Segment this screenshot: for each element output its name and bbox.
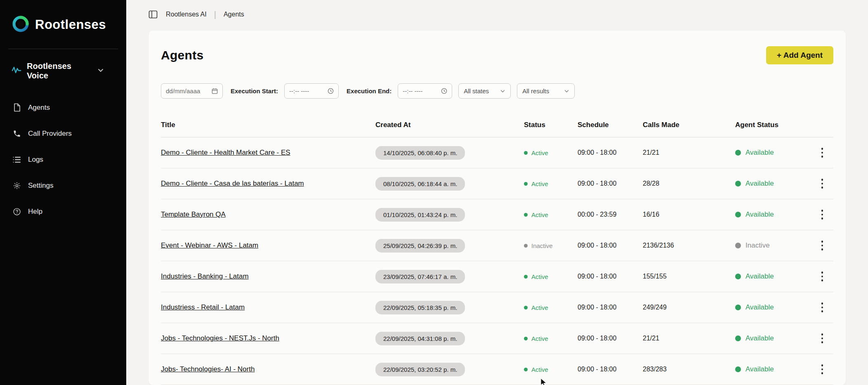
agent-title-link[interactable]: Demo - Cliente - Casa de las baterías - … [161,180,304,187]
rootlenses-logo-icon [12,15,30,35]
page-title: Agents [161,48,203,62]
execution-start-input[interactable]: --:-- ---- [284,83,339,99]
workspace-selector[interactable]: Rootlenses Voice [0,53,126,89]
table-header-row: Title Created At Status Schedule Calls M… [161,113,833,137]
calls-made-cell: 21/21 [643,335,735,342]
agents-table: Title Created At Status Schedule Calls M… [161,113,833,385]
row-actions-menu-button[interactable] [815,299,829,316]
agent-status-cell: Available [735,272,809,281]
agent-status-cell: Available [735,210,809,219]
agent-status-label: Available [745,210,774,219]
agent-status-label: Available [745,149,774,157]
status-label: Active [531,273,548,280]
column-header-created-at: Created At [375,121,524,129]
sidebar-item-logs[interactable]: Logs [0,146,126,172]
agent-title-link[interactable]: Industries - Banking - Latam [161,272,249,280]
execution-end-label: Execution End: [347,87,392,94]
status-dot-icon [524,182,528,186]
schedule-cell: 09:00 - 18:00 [578,180,643,187]
status-label: Active [531,149,548,156]
table-row: Industriess - Retail - Latam 22/09/2025,… [161,292,833,323]
states-select[interactable]: All states [458,83,511,99]
agent-status-cell: Available [735,365,809,373]
status-cell: Active [524,366,573,373]
agent-title-link[interactable]: Jobs- Technologies- AI - North [161,365,255,373]
row-actions-menu-button[interactable] [815,237,829,254]
states-selected-value: All states [464,87,489,94]
created-at-badge: 22/09/2025, 03:20:52 p. m. [375,363,465,376]
agent-title-link[interactable]: Demo - Cliente - Health Market Care - ES [161,149,290,156]
status-cell: Active [524,273,573,280]
status-label: Active [531,304,548,311]
logo-text: Rootlenses [35,17,106,32]
sidebar-toggle-icon[interactable] [148,9,158,20]
logo-link[interactable]: Rootlenses [0,12,126,37]
clock-icon [328,88,334,94]
schedule-cell: 09:00 - 18:00 [578,242,643,249]
schedule-cell: 09:00 - 18:00 [578,149,643,156]
voice-waveform-icon [12,65,21,77]
agent-title-link[interactable]: Event - Webinar - AWS - Latam [161,241,258,249]
document-icon [12,103,21,112]
sidebar: Rootlenses Rootlenses Voice Agents Call … [0,0,126,385]
breadcrumb-separator: | [214,10,216,19]
agent-title-link[interactable]: Jobs - Technologies - NEST.Js - North [161,334,279,342]
execution-end-input[interactable]: --:-- ---- [398,83,452,99]
calls-made-cell: 2136/2136 [643,242,735,249]
status-label: Active [531,211,548,218]
status-dot-icon [524,151,528,155]
agent-status-cell: Available [735,149,809,157]
phone-icon [12,129,21,138]
schedule-cell: 09:00 - 18:00 [578,366,643,373]
table-row: Event - Webinar - AWS - Latam 25/09/2025… [161,230,833,261]
breadcrumb-page[interactable]: Agents [224,11,244,18]
agent-title-link[interactable]: Industriess - Retail - Latam [161,303,245,311]
date-placeholder: dd/mm/aaaa [166,87,200,94]
status-dot-icon [524,368,528,371]
row-actions-menu-button[interactable] [815,268,829,285]
chevron-down-icon [97,67,104,75]
panel-header: Agents + Add Agent [161,46,833,64]
status-cell: Active [524,149,573,156]
table-row: Industries - Banking - Latam 23/09/2025,… [161,261,833,292]
status-dot-icon [524,275,528,279]
execution-start-value: --:-- ---- [289,87,309,94]
clock-icon [441,88,447,94]
sidebar-item-label: Help [28,208,42,216]
created-at-badge: 22/09/2025, 05:18:35 p. m. [375,301,465,314]
status-label: Active [531,335,548,342]
sidebar-item-label: Call Providers [28,130,72,138]
table-row: Jobs- Technologies- AI - North 22/09/202… [161,354,833,385]
agent-status-dot-icon [735,243,741,248]
table-row: Template Bayron QA 01/10/2025, 01:43:24 … [161,199,833,230]
calls-made-cell: 28/28 [643,180,735,187]
status-dot-icon [524,337,528,340]
schedule-cell: 09:00 - 18:00 [578,273,643,280]
created-at-badge: 14/10/2025, 06:08:40 p. m. [375,146,465,160]
agent-status-dot-icon [735,150,741,156]
calls-made-cell: 155/155 [643,273,735,280]
agent-title-link[interactable]: Template Bayron QA [161,210,226,218]
sidebar-item-help[interactable]: Help [0,198,126,224]
row-actions-menu-button[interactable] [815,206,829,223]
agent-status-cell: Available [735,334,809,342]
row-actions-menu-button[interactable] [815,361,829,378]
table-row: Jobs - Technologies - NEST.Js - North 22… [161,323,833,354]
agent-status-dot-icon [735,335,741,341]
sidebar-item-call-providers[interactable]: Call Providers [0,120,126,146]
sidebar-item-agents[interactable]: Agents [0,94,126,120]
status-label: Active [531,366,548,373]
date-filter-input[interactable]: dd/mm/aaaa [161,83,223,99]
breadcrumb-app[interactable]: Rootlenses AI [166,11,207,18]
execution-end-value: --:-- ---- [403,87,422,94]
sidebar-item-label: Logs [28,156,43,164]
agent-status-label: Available [745,180,774,188]
row-actions-menu-button[interactable] [815,175,829,192]
sidebar-item-settings[interactable]: Settings [0,172,126,198]
results-select[interactable]: All results [517,83,575,99]
table-row: Demo - Cliente - Health Market Care - ES… [161,137,833,168]
row-actions-menu-button[interactable] [815,330,829,347]
add-agent-button[interactable]: + Add Agent [766,46,833,64]
row-actions-menu-button[interactable] [815,144,829,161]
agent-status-label: Available [745,303,774,312]
